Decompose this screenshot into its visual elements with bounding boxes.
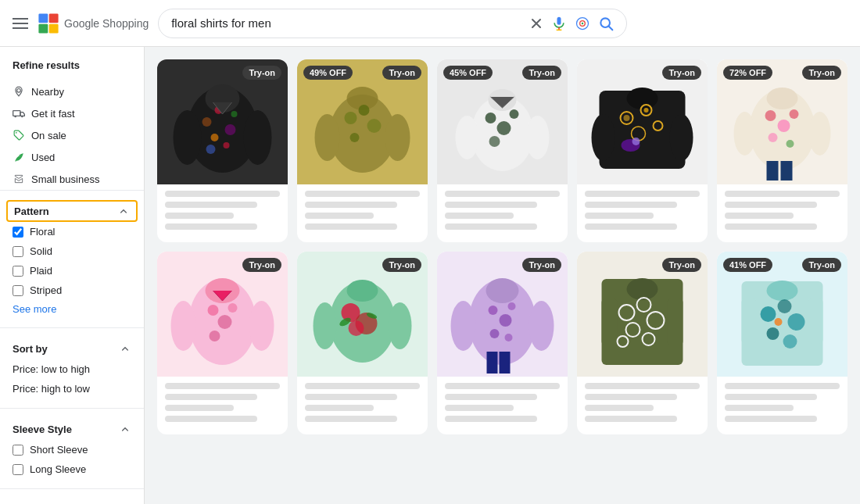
svg-point-86: [451, 301, 476, 351]
filter-small-business[interactable]: Small business: [0, 168, 144, 190]
product-card-2[interactable]: 49% OFF Try-on: [297, 59, 428, 242]
discount-badge-10: 41% OFF: [723, 258, 772, 272]
svg-rect-2: [38, 23, 48, 33]
nearby-label: Nearby: [31, 86, 64, 98]
skeleton-4: [725, 223, 817, 230]
pattern-solid-checkbox[interactable]: [13, 246, 23, 257]
nearby-icon: [13, 85, 25, 98]
filter-nearby[interactable]: Nearby: [0, 80, 144, 102]
svg-rect-107: [742, 298, 757, 344]
search-submit-button[interactable]: [598, 16, 614, 31]
skeleton-2: [305, 394, 397, 400]
clear-search-button[interactable]: [529, 16, 543, 30]
pattern-striped-item[interactable]: Striped: [0, 281, 144, 300]
svg-point-39: [526, 116, 550, 159]
pattern-plaid-item[interactable]: Plaid: [0, 261, 144, 281]
product-card-4[interactable]: Try-on: [577, 59, 708, 242]
sort-price-high[interactable]: Price: high to low: [0, 379, 144, 399]
product-card-1[interactable]: Try-on: [157, 59, 288, 242]
pattern-solid-item[interactable]: Solid: [0, 241, 144, 261]
svg-rect-98: [668, 298, 683, 345]
pattern-section-header[interactable]: Pattern: [6, 200, 138, 222]
discount-badge-5: 72% OFF: [723, 66, 772, 80]
pattern-floral-item[interactable]: Floral: [0, 222, 144, 241]
product-card-8[interactable]: Try-on: [437, 252, 568, 434]
svg-rect-97: [602, 298, 618, 345]
tryon-badge-10: Try-on: [802, 258, 841, 272]
svg-point-9: [582, 22, 584, 24]
lens-icon: [575, 16, 590, 31]
svg-point-26: [174, 110, 202, 165]
pattern-plaid-label: Plaid: [30, 265, 52, 277]
svg-point-60: [765, 110, 776, 121]
svg-point-31: [359, 105, 370, 116]
svg-point-109: [761, 306, 776, 322]
svg-point-92: [505, 334, 513, 341]
search-input[interactable]: [171, 16, 523, 30]
tryon-badge-5: Try-on: [802, 66, 841, 80]
svg-point-22: [211, 134, 219, 141]
skeleton-3: [305, 405, 374, 411]
skeleton-1: [165, 191, 280, 197]
svg-point-19: [202, 117, 212, 127]
voice-search-button[interactable]: [551, 16, 567, 31]
skeleton-2: [165, 394, 257, 400]
search-icon: [598, 16, 614, 31]
filter-get-it-fast[interactable]: Get it fast: [0, 102, 144, 124]
product-image-1: Try-on: [157, 59, 288, 184]
svg-point-24: [206, 145, 216, 154]
svg-point-38: [456, 116, 479, 159]
sleeve-short-checkbox[interactable]: [13, 445, 23, 456]
svg-point-111: [788, 313, 805, 331]
skeleton-4: [165, 416, 257, 422]
sort-price-low[interactable]: Price: low to high: [0, 359, 144, 379]
skeleton-4: [445, 416, 537, 422]
product-card-5[interactable]: 72% OFF Try-on: [717, 59, 847, 242]
product-card-7[interactable]: Try-on: [297, 252, 428, 434]
skeleton-3: [585, 405, 654, 411]
tryon-badge-3: Try-on: [522, 66, 561, 80]
svg-rect-0: [38, 13, 48, 23]
sleeve-short-item[interactable]: Short Sleeve: [0, 440, 144, 459]
sleeve-section-header[interactable]: Sleeve Style: [0, 418, 144, 440]
filter-on-sale[interactable]: On sale: [0, 124, 144, 146]
svg-point-62: [790, 109, 799, 119]
lens-search-button[interactable]: [575, 16, 590, 31]
product-info-10: [717, 377, 847, 434]
clear-icon: [529, 16, 543, 30]
svg-point-85: [486, 278, 519, 303]
svg-line-11: [609, 26, 613, 30]
product-image-10: 41% OFF Try-on: [717, 252, 847, 377]
sleeve-long-checkbox[interactable]: [13, 464, 23, 475]
product-card-10[interactable]: 41% OFF Try-on: [717, 252, 847, 434]
see-more-button[interactable]: See more: [0, 300, 144, 318]
skeleton-1: [445, 383, 560, 389]
google-shopping-logo[interactable]: Google Shopping: [38, 13, 149, 34]
tryon-badge-8: Try-on: [522, 258, 561, 272]
product-card-9[interactable]: Try-on: [577, 252, 708, 434]
filter-used[interactable]: Used: [0, 146, 144, 168]
product-image-7: Try-on: [297, 252, 428, 377]
product-image-8: Try-on: [437, 252, 568, 377]
product-info-8: [437, 377, 568, 434]
pattern-striped-checkbox[interactable]: [13, 285, 23, 296]
menu-button[interactable]: [13, 18, 28, 29]
sort-section-header[interactable]: Sort by: [0, 338, 144, 359]
skeleton-4: [585, 416, 677, 422]
product-image-3: 45% OFF Try-on: [437, 59, 568, 184]
product-card-6[interactable]: Try-on: [157, 252, 288, 434]
sleeve-short-label: Short Sleeve: [30, 444, 88, 456]
product-info-1: [157, 184, 288, 242]
sleeve-long-item[interactable]: Long Sleeve: [0, 459, 144, 479]
product-card-3[interactable]: 45% OFF Try-on: [437, 59, 568, 242]
product-image-9: Try-on: [577, 252, 708, 377]
pattern-floral-checkbox[interactable]: [13, 227, 23, 238]
svg-point-59: [809, 112, 831, 155]
color-section: Color Black White Blue: [0, 488, 144, 504]
color-section-header[interactable]: Color: [0, 499, 144, 504]
svg-point-35: [385, 114, 410, 161]
sort-title: Sort by: [13, 343, 48, 355]
pattern-plaid-checkbox[interactable]: [13, 266, 23, 277]
svg-point-25: [224, 142, 230, 148]
skeleton-2: [585, 394, 677, 400]
